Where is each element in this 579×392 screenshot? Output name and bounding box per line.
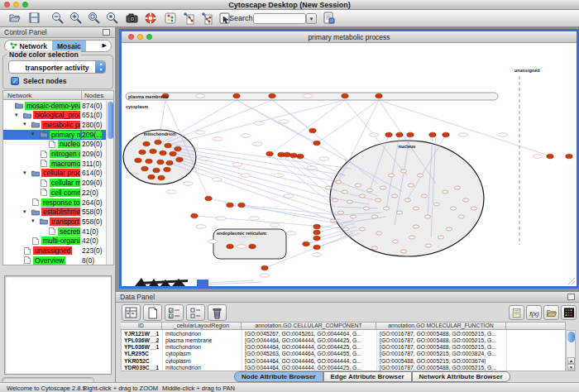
search-config-icon[interactable] — [323, 12, 337, 26]
table-cell[interactable]: YJR121W__1 — [122, 330, 163, 337]
table-cell[interactable]: YPL036W__1 — [122, 344, 163, 351]
tab-edge-attribute-browser[interactable]: Edge Attribute Browser — [323, 371, 412, 382]
disclosure-arrow-icon[interactable]: ▾ — [23, 170, 26, 176]
table-cell[interactable]: YLR295C — [122, 351, 163, 357]
zoom-out-icon[interactable] — [51, 12, 66, 26]
layout-b-icon[interactable] — [200, 12, 215, 26]
search-dropdown-button[interactable]: ▼ — [306, 13, 317, 24]
search-input[interactable] — [253, 13, 306, 24]
help-icon[interactable] — [144, 12, 159, 26]
checked-list-icon[interactable] — [165, 304, 184, 321]
tree-column-divider[interactable] — [81, 91, 82, 100]
disclosure-arrow-icon[interactable]: ▾ — [15, 112, 18, 118]
table-cell[interactable]: [GO:0016787, GO:0005488, GO:0005215, G..… — [377, 344, 507, 351]
column-header--cellularlayoutregion[interactable]: _cellularLayoutRegion — [162, 322, 242, 330]
new-attribute-icon[interactable] — [143, 304, 162, 321]
snapshot-icon[interactable] — [126, 12, 141, 26]
table-scrollbar-thumb[interactable] — [567, 332, 575, 342]
table-cell[interactable]: [GO:0016787, GO:0005215, GO:0003824, G..… — [377, 351, 507, 357]
formula-icon[interactable]: f(x) — [526, 305, 542, 320]
data-panel-float-icon[interactable] — [567, 294, 575, 300]
table-scrollbar[interactable]: ▲ ▼ — [566, 330, 576, 371]
table-cell[interactable]: [GO:0045263, GO:0044464, GO:0044455, G..… — [242, 351, 377, 357]
disclosure-arrow-icon[interactable]: ▾ — [31, 218, 35, 224]
disclosure-arrow-icon[interactable]: ▾ — [23, 208, 26, 215]
tree-row-macromolecule[interactable]: macromolecule311(0) — [3, 159, 113, 169]
zoom-fit-icon[interactable] — [106, 12, 121, 26]
tree-row-cellular-process[interactable]: ▾cellular process614(0) — [3, 169, 113, 179]
table-cell[interactable]: YDR039C__1 — [122, 365, 163, 371]
table-row-ydr039c-1[interactable]: YDR039C__1mitochondrion[GO:0044464, GO:0… — [122, 365, 566, 371]
table-cell[interactable]: mitochondrion — [163, 330, 242, 337]
tree-col-nodes[interactable]: Nodes — [84, 92, 103, 99]
layout-a-icon[interactable] — [182, 12, 197, 26]
tree-row-response-to-stimulu[interactable]: response to stimulu264(0) — [3, 198, 113, 208]
tree-row-metabolic-process[interactable]: ▾metabolic process280(0) — [3, 120, 113, 130]
table-row-ypl036w-1[interactable]: YPL036W__1mitochondrion[GO:0044464, GO:0… — [122, 344, 566, 351]
float-panel-icon[interactable] — [103, 29, 110, 36]
table-cell[interactable]: [GO:0016787, GO:0005488, GO:0005215, G..… — [377, 337, 507, 343]
import-folder-icon[interactable] — [543, 305, 559, 320]
column-header-annotation-go-molecular-function[interactable]: annotation.GO MOLECULAR_FUNCTION — [376, 322, 506, 330]
disclosure-arrow-icon[interactable]: ▾ — [23, 121, 26, 127]
scroll-up-button[interactable]: ▲ — [567, 357, 575, 364]
notepad-icon[interactable] — [509, 305, 524, 320]
tree-row-nucleobase-[interactable]: nucleobase-209(0) — [3, 140, 113, 150]
matrix-icon[interactable] — [561, 305, 577, 320]
table-cell[interactable]: [GO:0045267, GO:0045261, GO:0044464, G..… — [242, 330, 377, 337]
table-cell[interactable]: [GO:0044464, GO:0044446, GO:0044444, G..… — [242, 357, 377, 364]
disclosure-arrow-icon[interactable]: ▾ — [31, 131, 35, 137]
node-color-dropdown[interactable]: transporter activity ▲▼ — [8, 60, 106, 74]
scroll-down-button[interactable]: ▼ — [567, 364, 575, 370]
birdseye-overview-panel[interactable] — [4, 275, 112, 375]
save-icon[interactable] — [28, 12, 43, 26]
tab-overflow-arrow[interactable]: ▶ — [86, 41, 111, 51]
column-header-annotation-go-cellular-component[interactable]: annotation.GO CELLULAR_COMPONENT — [242, 322, 376, 330]
table-cell[interactable]: YKR052C — [122, 357, 163, 364]
tree-row-biological-process[interactable]: ▾biological_process651(0) — [3, 111, 113, 121]
table-row-yjr121w-1[interactable]: YJR121W__1mitochondrion[GO:0045267, GO:0… — [122, 330, 566, 337]
delete-attribute-icon[interactable] — [208, 304, 227, 321]
tree-row-establishment-of-lo[interactable]: ▾establishment of lo558(0) — [3, 208, 113, 218]
table-cell[interactable]: [GO:0044464, GO:0044444, GO:0044425, G..… — [242, 337, 377, 343]
column-header-empty[interactable] — [506, 322, 566, 330]
table-cell[interactable]: [GO:0016787, GO:0005488, GO:0005215, G..… — [377, 365, 507, 371]
table-cell[interactable]: mitochondrion — [163, 344, 242, 351]
table-cell[interactable]: [GO:0005488, GO:0005215, GO:0003674] — [377, 357, 507, 364]
table-cell[interactable]: cytoplasm — [163, 357, 242, 364]
table-row-ypl036w-2[interactable]: YPL036W__2plasma membrane[GO:0044464, GO… — [122, 337, 566, 343]
table-cell[interactable]: [GO:0044464, GO:0044444, GO:0044425, G..… — [242, 344, 377, 351]
tree-row-mosaic-demo-yeast[interactable]: mosaic-demo-yeast874(0) — [3, 101, 113, 111]
network-canvas[interactable]: plasma membranecytoplasmmitochondrionnuc… — [122, 43, 577, 286]
select-nodes-checkbox[interactable]: ✓ — [11, 77, 19, 85]
open-file-icon[interactable] — [8, 12, 23, 26]
table-cell[interactable]: cytoplasm — [163, 351, 242, 357]
table-cell[interactable]: [GO:0016787, GO:0005488, GO:0005215, G..… — [377, 330, 507, 337]
tree-row-transport[interactable]: ▾transport558(0) — [3, 217, 113, 227]
table-cell[interactable]: mitochondrion — [163, 365, 242, 371]
tree-scrollbar-thumb[interactable] — [108, 102, 113, 139]
tree-row-cellular-metabo[interactable]: cellular metabo209(0) — [3, 179, 113, 189]
tree-row-primary-metabolic[interactable]: ▾primary metabolic209(... — [3, 130, 113, 140]
unchecked-list-icon[interactable] — [186, 304, 205, 321]
tree-col-network[interactable]: Network — [7, 92, 31, 99]
tree-row-overview[interactable]: Overview8(0) — [3, 256, 113, 265]
zoom-selected-icon[interactable] — [88, 12, 103, 26]
tree-row-cell-communicat[interactable]: cell communicat22(0) — [3, 188, 113, 198]
network-window-titlebar[interactable]: primary metabolic process — [122, 31, 577, 43]
attribute-select-icon[interactable] — [122, 304, 141, 321]
tab-node-attribute-browser[interactable]: Node Attribute Browser — [234, 371, 323, 382]
zoom-in-icon[interactable] — [69, 12, 84, 26]
tab-network-attribute-browser[interactable]: Network Attribute Browser — [412, 371, 510, 382]
tree-row-multi-organism-pro[interactable]: multi-organism pro42(0) — [3, 237, 113, 246]
vizmapper-icon[interactable] — [164, 12, 179, 26]
tree-scrollbar[interactable] — [106, 101, 113, 265]
table-cell[interactable]: plasma membrane — [163, 337, 242, 343]
table-row-ylr295c[interactable]: YLR295Ccytoplasm[GO:0045263, GO:0044464,… — [122, 351, 566, 357]
column-header-id[interactable]: ID — [121, 322, 162, 330]
tree-row-nitrogen-compo[interactable]: nitrogen compo209(0) — [3, 150, 113, 160]
table-row-ykr052c[interactable]: YKR052Ccytoplasm[GO:0044464, GO:0044446,… — [122, 357, 566, 364]
table-cell[interactable]: [GO:0044464, GO:0044444, GO:0044425, G..… — [242, 365, 377, 371]
tree-row-unassigned[interactable]: unassigned223(0) — [3, 246, 113, 256]
table-cell[interactable]: YPL036W__2 — [122, 337, 163, 343]
